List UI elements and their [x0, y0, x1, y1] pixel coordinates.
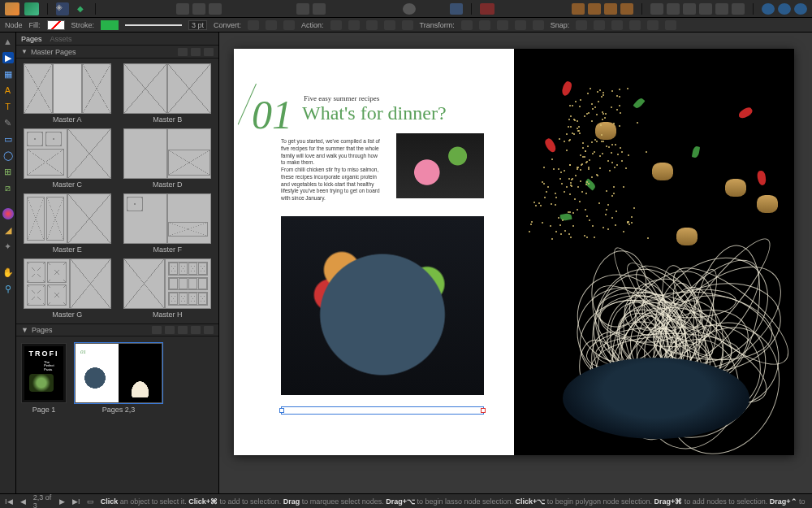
snap-5-icon[interactable]: [647, 20, 659, 30]
preview-mode-icon[interactable]: [192, 3, 205, 15]
transform-4-icon[interactable]: [515, 20, 526, 30]
move-back-one-icon[interactable]: [588, 3, 601, 15]
tab-assets[interactable]: Assets: [50, 35, 72, 43]
baseline-grid-icon[interactable]: [296, 3, 309, 15]
page-item[interactable]: TROFI The Perfect Pasta Page 1: [21, 343, 67, 414]
selected-text-frame[interactable]: [281, 406, 484, 415]
action-reverse-icon[interactable]: [402, 20, 413, 30]
master-menu-icon[interactable]: [204, 48, 214, 56]
nav-last-icon[interactable]: ▶I: [72, 497, 80, 506]
show-handles-icon[interactable]: [497, 20, 508, 30]
master-item[interactable]: Master A: [21, 63, 114, 124]
text-flow-icon[interactable]: [313, 3, 326, 15]
zoom-tool-icon[interactable]: ⚲: [2, 283, 14, 294]
view-mode-icon[interactable]: [176, 3, 189, 15]
app-icon-publisher[interactable]: [5, 2, 19, 15]
frame-handle-right[interactable]: [481, 408, 486, 413]
pages-section-header[interactable]: ▼ Pages: [16, 323, 218, 336]
boolean-add-icon[interactable]: [762, 3, 775, 15]
align-panel-icon[interactable]: [450, 3, 463, 15]
app-icon-designer[interactable]: [24, 2, 39, 15]
persona-designer-icon[interactable]: ◆: [74, 2, 87, 15]
picture-frame-tool-icon[interactable]: ⊞: [2, 166, 14, 177]
stroke-width-field[interactable]: 3 pt: [188, 20, 207, 30]
snap-2-icon[interactable]: [594, 20, 605, 30]
master-item[interactable]: Master D: [122, 128, 214, 189]
master-view-grid-icon[interactable]: [191, 48, 201, 56]
disclosure-triangle-icon[interactable]: ▼: [21, 326, 28, 334]
pages-add-icon[interactable]: [191, 326, 201, 334]
pages-view-spread-icon[interactable]: [165, 326, 175, 334]
master-item[interactable]: Master C: [21, 128, 114, 189]
master-item[interactable]: Master H: [122, 258, 214, 319]
master-item[interactable]: Master B: [122, 63, 214, 124]
move-back-icon[interactable]: [572, 3, 585, 15]
image-frame-large[interactable]: [281, 216, 484, 395]
action-join-icon[interactable]: [384, 20, 395, 30]
page-right[interactable]: [514, 49, 794, 455]
align-middle-icon[interactable]: [715, 3, 728, 15]
convert-smooth-icon[interactable]: [266, 20, 277, 30]
snap-1-icon[interactable]: [576, 20, 587, 30]
color-picker-tool-icon[interactable]: [2, 208, 14, 219]
nav-menu-icon[interactable]: ▭: [87, 497, 94, 506]
snap-3-icon[interactable]: [611, 20, 623, 30]
preflight-icon[interactable]: [403, 3, 416, 15]
transform-mode-icon[interactable]: [461, 20, 473, 30]
move-tool-icon[interactable]: ▲: [2, 36, 14, 47]
action-break-icon[interactable]: [330, 20, 342, 30]
snap-4-icon[interactable]: [629, 20, 641, 30]
pan-tool-icon[interactable]: ✋: [2, 267, 14, 278]
canvas[interactable]: 01 Five easy summer recipes What's for d…: [219, 33, 812, 493]
table-tool-icon[interactable]: ▦: [2, 68, 14, 80]
snapping-toggle-icon[interactable]: [480, 3, 495, 15]
nav-first-icon[interactable]: I◀: [5, 497, 13, 506]
master-pages-header[interactable]: ▼ Master Pages: [16, 46, 218, 59]
move-front-icon[interactable]: [620, 3, 633, 15]
rectangle-tool-icon[interactable]: ▭: [2, 133, 14, 145]
pages-delete-icon[interactable]: [204, 326, 214, 334]
ellipse-tool-icon[interactable]: ◯: [2, 150, 14, 161]
align-right-icon[interactable]: [683, 3, 696, 15]
clip-canvas-icon[interactable]: [209, 3, 222, 15]
stroke-swatch[interactable]: [101, 20, 119, 30]
pages-find-icon[interactable]: [152, 326, 162, 334]
boolean-subtract-icon[interactable]: [778, 3, 791, 15]
fill-swatch[interactable]: [47, 20, 65, 30]
nav-prev-icon[interactable]: ◀: [19, 497, 27, 506]
pen-tool-icon[interactable]: ✎: [2, 117, 14, 128]
align-left-icon[interactable]: [650, 3, 663, 15]
nav-next-icon[interactable]: ▶: [58, 497, 66, 506]
artistic-text-tool-icon[interactable]: A: [2, 85, 14, 96]
align-bottom-icon[interactable]: [732, 3, 745, 15]
master-item[interactable]: Master E: [21, 193, 114, 254]
transparency-tool-icon[interactable]: ✦: [2, 241, 14, 252]
align-center-icon[interactable]: [667, 3, 680, 15]
image-frame-small[interactable]: [396, 133, 484, 198]
convert-smart-icon[interactable]: [283, 20, 295, 30]
transform-5-icon[interactable]: [533, 20, 544, 30]
node-tool-icon[interactable]: ▶: [2, 52, 14, 63]
master-item[interactable]: Master G: [21, 258, 114, 319]
vector-crop-tool-icon[interactable]: ⧄: [2, 182, 14, 193]
fill-tool-icon[interactable]: ◢: [2, 224, 14, 236]
tab-pages[interactable]: Pages: [21, 35, 42, 43]
frame-handle-left[interactable]: [279, 408, 284, 413]
transform-origin-icon[interactable]: [479, 20, 490, 30]
page-left[interactable]: 01 Five easy summer recipes What's for d…: [234, 49, 514, 455]
action-smooth-icon[interactable]: [366, 20, 378, 30]
action-close-icon[interactable]: [348, 20, 360, 30]
boolean-intersect-icon[interactable]: [794, 3, 807, 15]
move-front-one-icon[interactable]: [604, 3, 617, 15]
align-top-icon[interactable]: [699, 3, 712, 15]
persona-publisher-icon[interactable]: ◈: [56, 2, 69, 15]
stroke-width-slider[interactable]: [125, 24, 182, 26]
pages-view-single-icon[interactable]: [178, 326, 188, 334]
frame-text-tool-icon[interactable]: T: [2, 101, 14, 112]
convert-sharp-icon[interactable]: [248, 20, 259, 30]
snap-6-icon[interactable]: [665, 20, 676, 30]
page-item-selected[interactable]: Pages 2,3: [75, 343, 162, 414]
master-view-list-icon[interactable]: [178, 48, 188, 56]
master-item[interactable]: Master F: [122, 193, 214, 254]
disclosure-triangle-icon[interactable]: ▼: [21, 48, 28, 55]
